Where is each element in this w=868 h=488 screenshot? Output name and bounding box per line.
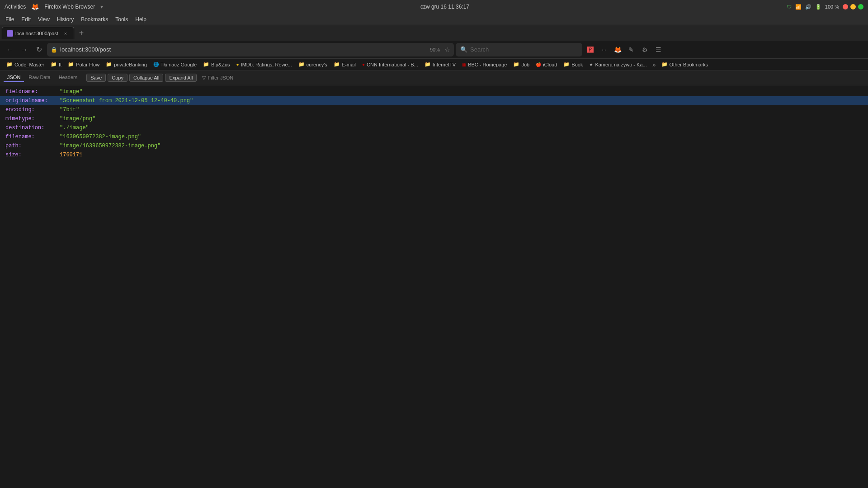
bookmark-label: BBC - Homepage [468, 62, 507, 67]
page-icon: ★ [589, 62, 593, 67]
menu-file[interactable]: File [2, 15, 18, 24]
activities-label[interactable]: Activities [5, 4, 26, 10]
filter-json-button[interactable]: ▽ Filter JSON [198, 74, 237, 82]
bookmark-bbc[interactable]: ▦ BBC - Homepage [459, 61, 509, 68]
bookmark-icloud[interactable]: 🍎 iCloud [533, 61, 560, 68]
tab-close-btn[interactable]: × [62, 30, 69, 37]
hamburger-icon: ☰ [656, 46, 661, 53]
menu-tools[interactable]: Tools [112, 15, 132, 24]
maximize-window-btn[interactable] [858, 4, 863, 9]
menu-bookmarks[interactable]: Bookmarks [77, 15, 112, 24]
json-content: fieldname: "image" originalname: "Screen… [0, 85, 868, 161]
dropdown-icon[interactable]: ▾ [100, 4, 103, 10]
json-row-size: size: 1760171 [0, 150, 868, 160]
url-bar[interactable]: 🔒 localhost:3000/post 90% ☆ [47, 43, 454, 56]
bookmark-it[interactable]: 📁 It [48, 61, 64, 68]
search-bar[interactable]: 🔍 Search [456, 43, 582, 56]
folder-icon: 📁 [51, 61, 57, 67]
tab-raw-data[interactable]: Raw Data [25, 73, 54, 82]
folder-icon: 📁 [6, 61, 13, 67]
firefoxview-icon: 🦊 [614, 46, 622, 53]
back-button[interactable]: ← [4, 43, 16, 56]
bookmark-private-banking[interactable]: 📁 privateBanking [103, 61, 150, 68]
folder-icon: 📁 [334, 61, 340, 67]
bookmark-label: CNN International - B... [367, 62, 418, 67]
folder-icon: 📁 [106, 61, 112, 67]
json-key-originalname: originalname: [5, 97, 60, 105]
bookmark-polar-flow[interactable]: 📁 Polar Flow [65, 61, 102, 68]
pocket-button[interactable]: 🅿 [584, 43, 597, 56]
json-key-encoding: encoding: [5, 106, 60, 114]
firefoxview-button[interactable]: 🦊 [611, 43, 624, 56]
bookmark-cnn[interactable]: ● CNN International - B... [359, 61, 421, 68]
bookmark-star-icon[interactable]: ☆ [444, 46, 450, 53]
active-tab[interactable]: localhost:3000/post × [2, 27, 74, 39]
copy-button[interactable]: Copy [108, 74, 127, 82]
reader-mode-button[interactable]: ↔ [598, 43, 610, 56]
bookmark-label: privateBanking [114, 62, 147, 67]
bookmark-curency[interactable]: 📁 curency's [296, 61, 330, 68]
tab-headers[interactable]: Headers [55, 73, 81, 82]
wifi-icon: 📶 [795, 4, 802, 10]
reload-button[interactable]: ↻ [33, 43, 45, 56]
filter-icon: ▽ [202, 75, 206, 81]
bookmark-bipzus[interactable]: 📁 Bip&Zus [200, 61, 233, 68]
menu-history[interactable]: History [53, 15, 77, 24]
lock-icon: 🔒 [51, 47, 57, 53]
menu-edit[interactable]: Edit [18, 15, 34, 24]
bookmark-label: Book [571, 62, 583, 67]
bookmark-label: Kamera na żywo - Ka... [595, 62, 646, 67]
json-viewer: JSON Raw Data Headers Save Copy Collapse… [0, 70, 868, 161]
folder-icon: 📁 [425, 61, 431, 67]
bookmark-label: Tłumacz Google [160, 62, 197, 67]
url-text: localhost:3000/post [60, 46, 425, 53]
json-value-size: 1760171 [60, 151, 82, 159]
close-window-btn[interactable] [843, 4, 848, 9]
bookmark-book[interactable]: 📁 Book [561, 61, 585, 68]
json-row-originalname: originalname: "Screenshot from 2021-12-0… [0, 96, 868, 105]
bookmark-code-master[interactable]: 📁 Code_Master [4, 61, 47, 68]
bookmark-other[interactable]: 📁 Other Bookmarks [659, 61, 711, 68]
expand-all-button[interactable]: Expand All [165, 74, 197, 82]
json-row-mimetype: mimetype: "image/png" [0, 114, 868, 123]
bookmark-google-translate[interactable]: 🌐 Tłumacz Google [151, 61, 199, 68]
new-tab-button[interactable]: + [75, 27, 88, 39]
json-value-encoding: "7bit" [60, 106, 79, 114]
folder-icon: 📁 [513, 61, 519, 67]
json-key-fieldname: fieldname: [5, 88, 60, 96]
settings-button[interactable]: ⚙ [638, 43, 651, 56]
edit-button[interactable]: ✎ [625, 43, 637, 56]
save-button[interactable]: Save [86, 74, 106, 82]
bookmark-imdb[interactable]: ● IMDb: Ratings, Revie... [234, 61, 295, 68]
json-tabs: JSON Raw Data Headers [4, 73, 81, 82]
bookmark-label: E-mail [342, 62, 356, 67]
json-key-filename: filename: [5, 133, 60, 141]
menu-help[interactable]: Help [132, 15, 150, 24]
menu-button[interactable]: ☰ [652, 43, 665, 56]
folder-icon: 📁 [298, 61, 305, 67]
minimize-window-btn[interactable] [850, 4, 856, 9]
bookmark-internettv[interactable]: 📁 InternetTV [422, 61, 458, 68]
tab-favicon [7, 30, 13, 37]
menu-view[interactable]: View [34, 15, 53, 24]
search-icon: 🔍 [460, 46, 467, 53]
forward-button[interactable]: → [18, 43, 31, 56]
collapse-all-button[interactable]: Collapse All [129, 74, 163, 82]
apple-icon: 🍎 [536, 62, 541, 67]
json-row-path: path: "image/1639650972382-image.png" [0, 141, 868, 150]
json-value-mimetype: "image/png" [60, 115, 95, 123]
bookmark-kamera[interactable]: ★ Kamera na żywo - Ka... [586, 61, 649, 68]
tab-json[interactable]: JSON [4, 73, 24, 82]
filter-label: Filter JSON [208, 75, 233, 80]
more-bookmarks-button[interactable]: » [651, 60, 658, 69]
json-value-originalname: "Screenshot from 2021-12-05 12-40-40.png… [60, 97, 193, 105]
json-key-mimetype: mimetype: [5, 115, 60, 123]
kaspersky-icon: 🛡 [787, 4, 792, 9]
json-toolbar: JSON Raw Data Headers Save Copy Collapse… [0, 70, 868, 85]
edit-icon: ✎ [628, 46, 634, 53]
settings-icon: ⚙ [642, 46, 648, 53]
json-row-fieldname: fieldname: "image" [0, 87, 868, 96]
battery-icon: 🔋 [815, 4, 821, 10]
bookmark-email[interactable]: 📁 E-mail [331, 61, 359, 68]
bookmark-job[interactable]: 📁 Job [510, 61, 532, 68]
